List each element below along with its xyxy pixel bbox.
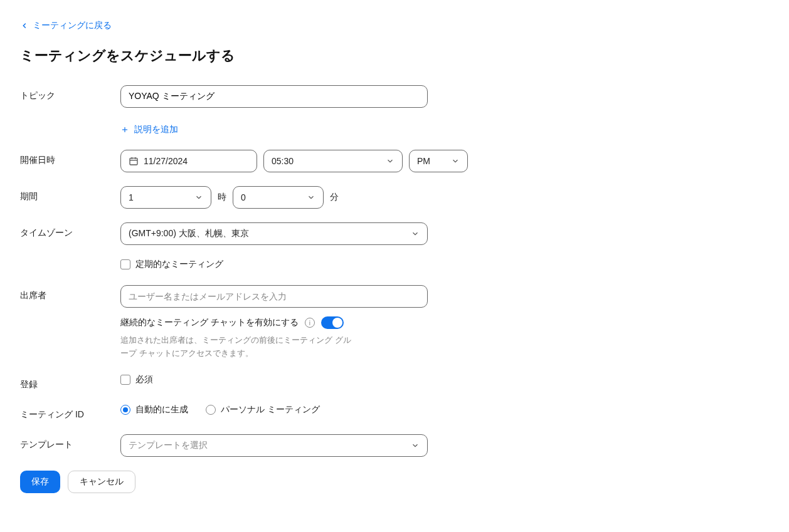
attendees-input[interactable] — [120, 285, 428, 308]
duration-label: 期間 — [20, 186, 120, 202]
chat-toggle-label: 継続的なミーティング チャットを有効にする — [120, 317, 299, 328]
duration-hours-value: 1 — [129, 192, 134, 202]
date-value: 11/27/2024 — [144, 156, 188, 166]
add-description-button[interactable]: 説明を追加 — [120, 124, 178, 135]
chevron-left-icon — [20, 21, 29, 30]
chevron-down-icon — [307, 193, 315, 202]
duration-hours-select[interactable]: 1 — [120, 186, 211, 209]
ampm-value: PM — [417, 156, 430, 166]
radio-unchecked — [206, 405, 216, 415]
duration-minutes-select[interactable]: 0 — [233, 186, 324, 209]
recurring-checkbox — [120, 259, 130, 269]
timezone-label: タイムゾーン — [20, 222, 120, 239]
recurring-checkbox-row[interactable]: 定期的なミーティング — [120, 259, 223, 270]
chevron-down-icon — [386, 157, 395, 165]
add-description-text: 説明を追加 — [134, 124, 178, 135]
registration-checkbox — [120, 375, 130, 385]
registration-required-label: 必須 — [135, 374, 153, 385]
template-label: テンプレート — [20, 434, 120, 451]
minutes-unit: 分 — [330, 192, 339, 203]
page-title: ミーティングをスケジュールする — [20, 46, 769, 65]
attendees-label: 出席者 — [20, 285, 120, 301]
meeting-id-auto-radio[interactable]: 自動的に生成 — [120, 404, 188, 415]
ampm-select[interactable]: PM — [409, 150, 468, 172]
time-select[interactable]: 05:30 — [263, 150, 403, 172]
timezone-select[interactable]: (GMT+9:00) 大阪、札幌、東京 — [120, 222, 428, 245]
hours-unit: 時 — [218, 192, 226, 203]
chevron-down-icon — [451, 157, 460, 165]
duration-minutes-value: 0 — [241, 192, 246, 202]
back-to-meetings-link[interactable]: ミーティングに戻る — [20, 20, 112, 31]
meeting-id-label: ミーティング ID — [20, 404, 120, 420]
meeting-id-personal-radio[interactable]: パーソナル ミーティング — [206, 404, 320, 415]
chevron-down-icon — [411, 441, 420, 450]
back-link-text: ミーティングに戻る — [33, 20, 112, 31]
timezone-value: (GMT+9:00) 大阪、札幌、東京 — [129, 228, 249, 239]
date-picker[interactable]: 11/27/2024 — [120, 150, 257, 172]
save-button[interactable]: 保存 — [20, 471, 60, 493]
registration-required-row[interactable]: 必須 — [120, 374, 153, 385]
topic-input[interactable] — [120, 85, 428, 108]
calendar-icon — [129, 156, 139, 166]
template-placeholder: テンプレートを選択 — [129, 440, 208, 451]
info-icon[interactable]: i — [305, 318, 315, 328]
chat-toggle[interactable] — [321, 316, 344, 329]
plus-icon — [120, 125, 129, 134]
meeting-id-personal-label: パーソナル ミーティング — [221, 404, 320, 415]
chevron-down-icon — [411, 229, 420, 238]
cancel-button[interactable]: キャンセル — [68, 471, 135, 493]
svg-rect-2 — [130, 158, 137, 165]
recurring-label: 定期的なミーティング — [135, 259, 223, 270]
when-label: 開催日時 — [20, 150, 120, 166]
template-select[interactable]: テンプレートを選択 — [120, 434, 428, 457]
time-value: 05:30 — [272, 156, 294, 166]
topic-label: トピック — [20, 85, 120, 102]
registration-label: 登録 — [20, 374, 120, 390]
meeting-id-auto-label: 自動的に生成 — [135, 404, 188, 415]
radio-checked — [120, 405, 130, 415]
chevron-down-icon — [194, 193, 203, 202]
chat-helper-text: 追加された出席者は、ミーティングの前後にミーティング グループ チャットにアクセ… — [120, 334, 359, 360]
